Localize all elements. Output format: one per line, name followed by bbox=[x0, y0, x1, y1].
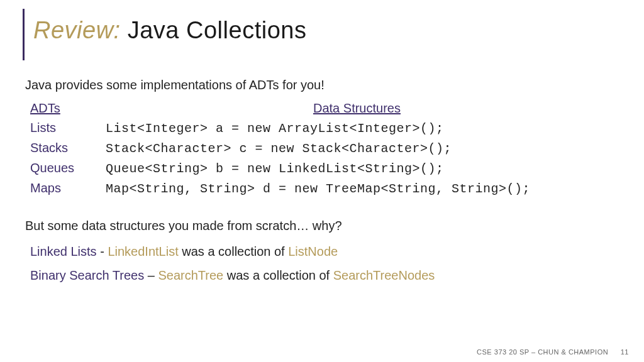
slide-title: Review: Java Collections bbox=[33, 5, 306, 45]
slide-footer: CSE 373 20 SP – CHUN & CHAMPION 11 bbox=[477, 348, 629, 356]
title-main: Java Collections bbox=[121, 17, 307, 43]
adt-name: Queues bbox=[30, 161, 106, 175]
sep: - bbox=[97, 244, 108, 258]
intro-text: Java provides some implementations of AD… bbox=[0, 60, 644, 92]
node-name: ListNode bbox=[288, 244, 338, 258]
table-row: Maps Map<String, String> d = new TreeMap… bbox=[30, 181, 644, 196]
title-block: Review: Java Collections bbox=[0, 0, 644, 60]
column-headers: ADTs Data Structures bbox=[30, 101, 644, 116]
course-label: CSE 373 20 SP – CHUN & CHAMPION bbox=[477, 348, 608, 356]
ds-label: Binary Search Trees bbox=[30, 268, 144, 282]
code-sample: List<Integer> a = new ArrayList<Integer>… bbox=[106, 121, 444, 136]
table-row: Stacks Stack<Character> c = new Stack<Ch… bbox=[30, 141, 644, 156]
table-row: Queues Queue<String> b = new LinkedList<… bbox=[30, 161, 644, 176]
adt-name: Lists bbox=[30, 121, 106, 135]
ds-label: Linked Lists bbox=[30, 244, 97, 258]
node-name: SearchTreeNodes bbox=[333, 268, 435, 282]
slide: Review: Java Collections Java provides s… bbox=[0, 0, 644, 362]
why-text: But some data structures you made from s… bbox=[0, 196, 644, 233]
page-number: 11 bbox=[621, 348, 629, 356]
mid-text: was a collection of bbox=[179, 244, 289, 258]
code-sample: Map<String, String> d = new TreeMap<Stri… bbox=[106, 182, 530, 196]
class-name: SearchTree bbox=[158, 268, 223, 282]
title-prefix: Review: bbox=[33, 17, 121, 43]
adt-name: Stacks bbox=[30, 141, 106, 155]
header-data-structures: Data Structures bbox=[313, 101, 401, 116]
class-name: LinkedIntList bbox=[108, 244, 178, 258]
code-sample: Stack<Character> c = new Stack<Character… bbox=[106, 141, 452, 156]
mid-text: was a collection of bbox=[223, 268, 333, 282]
scratch-list: Linked Lists - LinkedIntList was a colle… bbox=[0, 233, 644, 287]
title-accent-bar bbox=[23, 9, 25, 60]
header-adts: ADTs bbox=[30, 101, 313, 116]
adt-table: ADTs Data Structures Lists List<Integer>… bbox=[0, 92, 644, 196]
list-item: Binary Search Trees – SearchTree was a c… bbox=[30, 263, 644, 287]
table-row: Lists List<Integer> a = new ArrayList<In… bbox=[30, 121, 644, 136]
adt-name: Maps bbox=[30, 181, 106, 195]
code-sample: Queue<String> b = new LinkedList<String>… bbox=[106, 162, 444, 176]
sep: – bbox=[144, 268, 158, 282]
list-item: Linked Lists - LinkedIntList was a colle… bbox=[30, 239, 644, 263]
